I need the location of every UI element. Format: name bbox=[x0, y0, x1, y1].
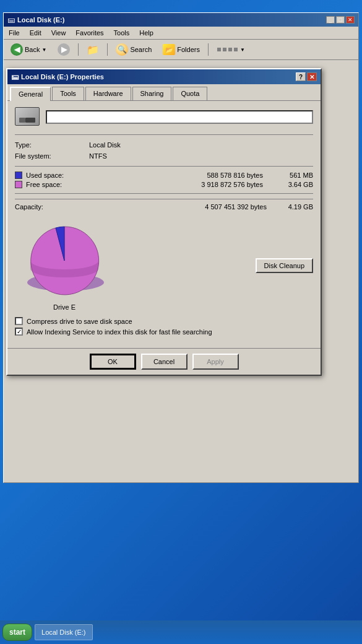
back-dropdown-icon: ▼ bbox=[41, 47, 46, 53]
explorer-titlebar-icon: 🖴 bbox=[7, 15, 15, 24]
explorer-minimize-btn[interactable]: _ bbox=[326, 16, 335, 24]
dialog-close-btn[interactable]: ✕ bbox=[307, 72, 317, 81]
tab-sharing-label: Sharing bbox=[140, 90, 164, 97]
menu-edit[interactable]: Edit bbox=[25, 28, 46, 38]
dialog-help-btn[interactable]: ? bbox=[296, 72, 306, 81]
tab-general-label: General bbox=[19, 90, 43, 98]
ok-button[interactable]: OK bbox=[90, 354, 136, 370]
explorer-title: Local Disk (E:) bbox=[17, 16, 324, 24]
capacity-size: 4.19 GB bbox=[279, 203, 313, 211]
divider-2 bbox=[15, 166, 313, 167]
compress-checkbox-row: Compress drive to save disk space bbox=[15, 317, 313, 325]
type-value: Local Disk bbox=[89, 140, 313, 150]
tab-sharing[interactable]: Sharing bbox=[132, 87, 172, 100]
apply-button[interactable]: Apply bbox=[192, 354, 239, 370]
used-space-row: Used space: 588 578 816 bytes 561 MB bbox=[15, 172, 313, 179]
indexing-label: Allow Indexing Service to index this dis… bbox=[27, 328, 212, 336]
cancel-button[interactable]: Cancel bbox=[141, 354, 187, 370]
free-space-label: Free space: bbox=[26, 181, 75, 188]
explorer-maximize-btn[interactable]: □ bbox=[336, 16, 345, 24]
info-grid: Type: Local Disk File system: NTFS bbox=[15, 140, 313, 161]
toolbar-separator-2 bbox=[107, 43, 108, 56]
capacity-row: Capacity: 4 507 451 392 bytes 4.19 GB bbox=[15, 199, 313, 214]
desktop: 🖴 Local Disk (E:) _ □ ✕ File Edit View F… bbox=[0, 0, 362, 644]
compress-checkbox[interactable] bbox=[15, 317, 23, 325]
pie-drive-label: Drive E bbox=[53, 303, 75, 311]
used-space-color-box bbox=[15, 172, 22, 179]
capacity-bytes: 4 507 451 392 bytes bbox=[77, 203, 279, 211]
tab-general[interactable]: General bbox=[10, 87, 51, 101]
taskbar-item-explorer[interactable]: Local Disk (E:) bbox=[35, 624, 93, 640]
menubar: File Edit View Favorites Tools Help bbox=[4, 27, 358, 40]
used-space-label: Used space: bbox=[26, 172, 75, 179]
used-space-size: 561 MB bbox=[279, 172, 313, 179]
forward-button[interactable]: ▶ bbox=[53, 41, 74, 58]
tab-quota[interactable]: Quota bbox=[173, 87, 207, 100]
filesystem-label: File system: bbox=[15, 151, 89, 161]
pie-container: Drive E bbox=[15, 220, 114, 311]
tab-tools[interactable]: Tools bbox=[52, 87, 84, 100]
pie-chart bbox=[15, 220, 114, 301]
folders-label: Folders bbox=[177, 46, 200, 53]
indexing-checkbox[interactable] bbox=[15, 328, 23, 336]
disk-label-input[interactable] bbox=[46, 110, 313, 124]
menu-view[interactable]: View bbox=[46, 28, 71, 38]
tab-hardware-label: Hardware bbox=[93, 90, 123, 97]
search-icon: 🔍 bbox=[116, 43, 128, 56]
free-space-row: Free space: 3 918 872 576 bytes 3.64 GB bbox=[15, 181, 313, 188]
search-label: Search bbox=[130, 46, 152, 53]
search-button[interactable]: 🔍 Search bbox=[111, 41, 156, 58]
disk-cleanup-button[interactable]: Disk Cleanup bbox=[256, 258, 313, 273]
divider-1 bbox=[15, 134, 313, 135]
toolbar-separator-3 bbox=[208, 43, 209, 56]
back-icon: ◀ bbox=[11, 43, 23, 56]
dialog-title-left: 🖴 Local Disk (E:) Properties bbox=[11, 72, 104, 81]
folders-up-icon: 📁 bbox=[87, 44, 99, 56]
disk-icon bbox=[15, 107, 40, 127]
dialog-title: Local Disk (E:) Properties bbox=[21, 73, 104, 80]
checkbox-area: Compress drive to save disk space Allow … bbox=[15, 317, 313, 336]
dialog-buttons: OK Cancel Apply bbox=[7, 348, 321, 375]
menu-help[interactable]: Help bbox=[134, 28, 158, 38]
type-label: Type: bbox=[15, 140, 89, 150]
start-label: start bbox=[9, 628, 25, 637]
menu-file[interactable]: File bbox=[4, 28, 25, 38]
menu-tools[interactable]: Tools bbox=[109, 28, 135, 38]
tab-quota-label: Quota bbox=[181, 90, 199, 97]
compress-label: Compress drive to save disk space bbox=[27, 318, 132, 325]
back-label: Back bbox=[25, 46, 40, 53]
back-button[interactable]: ◀ Back ▼ bbox=[6, 41, 51, 58]
explorer-close-btn[interactable]: ✕ bbox=[346, 16, 355, 24]
toolbar-separator-1 bbox=[78, 43, 79, 56]
start-button[interactable]: start bbox=[2, 624, 32, 641]
dialog-controls: ? ✕ bbox=[296, 72, 317, 81]
toolbar: ◀ Back ▼ ▶ 📁 🔍 Search 📂 Folders bbox=[4, 40, 358, 60]
tab-tools-label: Tools bbox=[60, 90, 76, 97]
views-icon bbox=[217, 47, 238, 52]
explorer-titlebar: 🖴 Local Disk (E:) _ □ ✕ bbox=[4, 13, 358, 27]
free-space-size: 3.64 GB bbox=[279, 181, 313, 188]
views-dropdown-icon: ▼ bbox=[240, 47, 245, 53]
pie-area: Drive E Disk Cleanup bbox=[15, 220, 313, 311]
tab-hardware[interactable]: Hardware bbox=[85, 87, 131, 100]
folders-button[interactable]: 📂 Folders bbox=[158, 42, 204, 57]
dialog-content: Type: Local Disk File system: NTFS Used … bbox=[7, 100, 321, 348]
tabs-bar: General Tools Hardware Sharing Quota bbox=[7, 84, 321, 100]
indexing-checkbox-row: Allow Indexing Service to index this dis… bbox=[15, 328, 313, 336]
capacity-label: Capacity: bbox=[15, 203, 77, 211]
folders-up-btn[interactable]: 📁 bbox=[82, 42, 103, 58]
taskbar-item-label: Local Disk (E:) bbox=[41, 629, 86, 636]
forward-icon: ▶ bbox=[58, 43, 70, 56]
folders-icon: 📂 bbox=[163, 44, 175, 55]
disk-header bbox=[15, 107, 313, 127]
dialog-titlebar-icon: 🖴 bbox=[11, 72, 19, 81]
taskbar: start Local Disk (E:) bbox=[0, 620, 362, 644]
divider-3 bbox=[15, 193, 313, 194]
dialog-titlebar: 🖴 Local Disk (E:) Properties ? ✕ bbox=[7, 69, 321, 84]
menu-favorites[interactable]: Favorites bbox=[71, 28, 108, 38]
filesystem-value: NTFS bbox=[89, 151, 313, 161]
free-space-bytes: 3 918 872 576 bytes bbox=[79, 181, 275, 188]
used-space-bytes: 588 578 816 bytes bbox=[79, 172, 275, 179]
properties-dialog: 🖴 Local Disk (E:) Properties ? ✕ General… bbox=[6, 68, 322, 376]
views-button[interactable]: ▼ bbox=[212, 45, 249, 54]
